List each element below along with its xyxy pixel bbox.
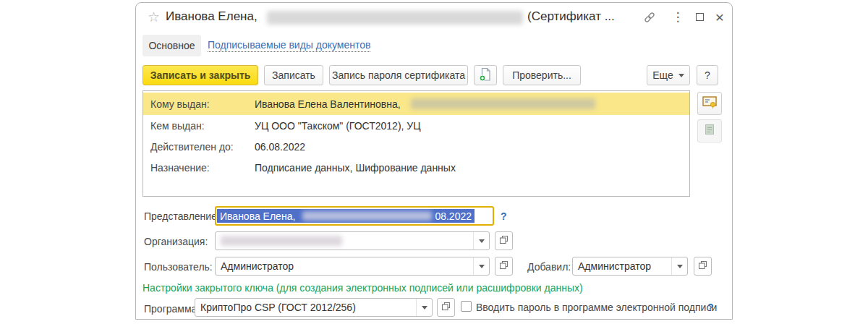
chevron-down-icon — [678, 74, 684, 77]
cert-row-issued-by[interactable]: Кем выдан: УЦ ООО "Такском" (ГОСТ2012), … — [143, 115, 689, 136]
link-icon[interactable] — [642, 10, 657, 25]
added-by-label: Добавил: — [527, 261, 571, 273]
cert-row-value: 06.08.2022 — [255, 141, 305, 153]
show-certificate-button[interactable] — [697, 92, 722, 115]
redacted-presentation-text — [302, 211, 432, 221]
cert-row-value: УЦ ООО "Такском" (ГОСТ2012), УЦ — [255, 120, 421, 132]
cert-row-label: Кому выдан: — [143, 98, 255, 110]
cert-row-label: Назначение: — [143, 162, 255, 174]
certificate-window: ☆ Иванова Елена, (Сертификат ... ⋮ × Осн… — [135, 2, 733, 320]
check-button[interactable]: Проверить... — [503, 65, 581, 85]
cert-row-issued-to[interactable]: Кому выдан: Иванова Елена Валентиновна, — [143, 93, 689, 115]
cert-row-label: Действителен до: — [143, 141, 255, 153]
enter-password-help-link[interactable]: ? — [707, 302, 714, 313]
maximize-icon[interactable] — [694, 11, 705, 22]
open-icon — [499, 234, 509, 247]
program-label: Программа: — [144, 303, 200, 315]
program-open-button[interactable] — [437, 298, 455, 317]
user-combo[interactable]: Администратор — [215, 257, 490, 276]
redacted-title-text — [267, 11, 523, 25]
user-dropdown-arrow[interactable] — [473, 257, 489, 275]
tab-signed-document-kinds[interactable]: Подписываемые виды документов — [208, 39, 370, 52]
program-combo[interactable]: КриптоПро CSP (ГОСТ 2012/256) — [195, 298, 433, 317]
certificate-icon — [702, 95, 718, 112]
presentation-value-end: 08.2022 — [435, 210, 472, 222]
menu-dots-icon[interactable]: ⋮ — [673, 9, 683, 24]
close-icon[interactable]: × — [713, 9, 726, 24]
private-key-settings-link[interactable]: Настройки закрытого ключа (для создания … — [142, 282, 583, 294]
organization-label: Организация: — [144, 236, 208, 247]
titlebar: ☆ Иванова Елена, (Сертификат ... ⋮ × — [136, 3, 732, 30]
cert-row-valid-until[interactable]: Действителен до: 06.08.2022 — [143, 136, 689, 157]
added-by-value: Администратор — [573, 257, 671, 275]
presentation-value-start: Иванова Елена, — [220, 210, 295, 222]
save-button[interactable]: Записать — [264, 65, 323, 85]
certificate-application-button — [697, 119, 722, 142]
cert-row-purpose[interactable]: Назначение: Подписание данных, Шифровани… — [143, 157, 689, 178]
program-value: КриптоПро CSP (ГОСТ 2012/256) — [195, 299, 416, 316]
enter-password-label[interactable]: Вводить пароль в программе электронной п… — [476, 302, 717, 313]
enter-password-checkbox[interactable] — [461, 301, 472, 312]
user-open-button[interactable] — [495, 257, 513, 276]
redacted-issued-to-text — [411, 98, 595, 109]
favorite-star-icon[interactable]: ☆ — [148, 10, 160, 24]
window-title: Иванова Елена, — [166, 9, 258, 24]
certificate-info-panel: Кому выдан: Иванова Елена Валентиновна, … — [142, 90, 690, 197]
presentation-help-link[interactable]: ? — [501, 210, 507, 222]
help-button[interactable]: ? — [697, 65, 718, 85]
save-cert-password-button[interactable]: Запись пароля сертификата — [329, 65, 468, 85]
document-plus-icon — [478, 67, 493, 84]
cert-row-label: Кем выдан: — [143, 120, 255, 132]
organization-combo[interactable] — [215, 231, 490, 250]
open-icon — [441, 301, 451, 314]
open-icon — [499, 260, 509, 273]
document-icon — [703, 123, 716, 139]
cert-row-value: Подписание данных, Шифрование данных — [255, 162, 456, 174]
tab-bar: Основное Подписываемые виды документов — [136, 34, 732, 57]
open-icon — [698, 260, 707, 273]
organization-dropdown-arrow[interactable] — [473, 232, 489, 250]
added-by-open-button[interactable] — [694, 257, 712, 276]
more-button[interactable]: Еще — [647, 65, 690, 85]
more-button-label: Еще — [652, 69, 673, 81]
window-title-suffix: (Сертификат ... — [527, 9, 615, 24]
program-dropdown-arrow[interactable] — [416, 299, 432, 316]
screenshot-canvas: ☆ Иванова Елена, (Сертификат ... ⋮ × Осн… — [0, 0, 868, 324]
user-label: Пользователь: — [144, 261, 213, 273]
redacted-organization-text — [221, 236, 342, 246]
tab-main[interactable]: Основное — [142, 35, 201, 56]
user-value: Администратор — [216, 257, 473, 275]
save-and-close-button[interactable]: Записать и закрыть — [142, 65, 258, 85]
cert-row-value: Иванова Елена Валентиновна, — [255, 98, 401, 110]
presentation-input[interactable]: Иванова Елена, 08.2022 — [215, 206, 494, 226]
toolbar: Записать и закрыть Записать Запись парол… — [136, 65, 732, 85]
added-by-dropdown-arrow[interactable] — [671, 257, 687, 275]
add-certificate-button[interactable] — [474, 65, 497, 85]
presentation-selection: Иванова Елена, 08.2022 — [217, 209, 475, 223]
organization-open-button[interactable] — [495, 231, 513, 250]
added-by-combo[interactable]: Администратор — [572, 257, 688, 276]
presentation-label: Представление: — [144, 210, 220, 222]
